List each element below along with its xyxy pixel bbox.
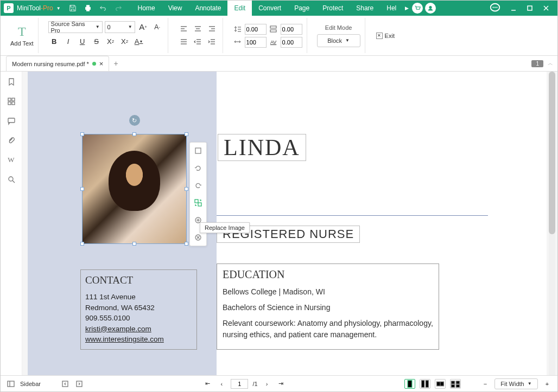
- menu-edit[interactable]: Edit: [227, 1, 252, 16]
- menu-page[interactable]: Page: [288, 1, 316, 16]
- add-text-button[interactable]: T Add Text: [6, 18, 39, 53]
- replace-image-button[interactable]: [193, 198, 203, 208]
- app-menu-chevron[interactable]: ▼: [56, 6, 61, 11]
- svg-rect-39: [12, 102, 15, 105]
- comments-panel-button[interactable]: [7, 116, 16, 126]
- resize-handle-r[interactable]: [185, 187, 188, 191]
- menu-home[interactable]: Home: [131, 1, 162, 16]
- resize-handle-b[interactable]: [132, 242, 136, 246]
- menu-convert[interactable]: Convert: [252, 1, 288, 16]
- menu-view[interactable]: View: [162, 1, 189, 16]
- subscript-button[interactable]: X2: [119, 36, 131, 47]
- edit-mode-select[interactable]: Block▼: [317, 34, 360, 47]
- view-single-button[interactable]: [404, 379, 415, 389]
- document-tab[interactable]: Modern nursing resume.pdf * ×: [6, 56, 109, 71]
- svg-point-5: [492, 7, 493, 8]
- increase-font-button[interactable]: A+: [137, 22, 149, 33]
- char-spacing-input[interactable]: [281, 37, 302, 48]
- align-justify-button[interactable]: [178, 37, 190, 48]
- exit-button[interactable]: ✕ Exit: [376, 33, 395, 39]
- search-panel-button[interactable]: [7, 175, 16, 184]
- view-facing-button[interactable]: [435, 379, 446, 389]
- resize-handle-tl[interactable]: [80, 132, 84, 136]
- svg-rect-61: [451, 384, 454, 387]
- scrollbar-thumb[interactable]: [549, 72, 555, 234]
- thumbnails-panel-button[interactable]: [7, 97, 16, 106]
- align-right-button[interactable]: [206, 24, 218, 35]
- rotate-handle[interactable]: ↻: [129, 115, 140, 126]
- minimize-button[interactable]: [505, 1, 522, 16]
- zoom-out-button[interactable]: −: [480, 379, 490, 389]
- rotate-right-button[interactable]: [193, 181, 203, 190]
- next-page-button[interactable]: ›: [262, 379, 272, 389]
- superscript-button[interactable]: X2: [105, 36, 117, 47]
- bold-button[interactable]: B: [48, 36, 60, 47]
- contact-heading: CONTACT: [85, 274, 192, 286]
- new-tab-button[interactable]: +: [113, 59, 118, 68]
- add-text-label: Add Text: [10, 40, 34, 47]
- decrease-indent-button[interactable]: [192, 37, 204, 48]
- bookmark-panel-button[interactable]: [7, 77, 16, 87]
- font-color-button[interactable]: A▼: [133, 36, 145, 47]
- resize-handle-tr[interactable]: [185, 132, 188, 136]
- view-book-button[interactable]: [450, 379, 461, 389]
- save-button[interactable]: [66, 2, 79, 15]
- italic-button[interactable]: I: [62, 36, 74, 47]
- decrease-font-button[interactable]: A-: [151, 22, 163, 33]
- resize-handle-l[interactable]: [80, 187, 84, 191]
- name-block[interactable]: LINDA: [218, 134, 306, 161]
- font-size-select[interactable]: 0▼: [105, 21, 135, 33]
- chat-button[interactable]: [489, 2, 501, 14]
- menu-scroll-right[interactable]: ▶: [405, 5, 409, 11]
- increase-indent-button[interactable]: [206, 37, 218, 48]
- resize-handle-bl[interactable]: [80, 242, 84, 246]
- print-button[interactable]: [81, 2, 94, 15]
- resize-handle-br[interactable]: [185, 242, 188, 246]
- collapse-ribbon-button[interactable]: ︿: [548, 60, 553, 67]
- page-number-input[interactable]: [231, 379, 248, 389]
- line-spacing-input[interactable]: [245, 24, 267, 35]
- rotate-left-button[interactable]: [193, 163, 203, 173]
- align-left-button[interactable]: [178, 24, 190, 35]
- zoom-select[interactable]: Fit Width▼: [494, 378, 538, 389]
- maximize-button[interactable]: [522, 1, 538, 16]
- underline-button[interactable]: U: [77, 36, 88, 47]
- tab-close-button[interactable]: ×: [99, 60, 104, 68]
- svg-rect-60: [456, 381, 459, 383]
- svg-point-6: [494, 7, 496, 8]
- sidebar-toggle-button[interactable]: [6, 379, 16, 389]
- para-spacing-input[interactable]: [281, 24, 302, 35]
- resume-photo[interactable]: ↻: [82, 134, 187, 244]
- undo-button[interactable]: [97, 2, 110, 15]
- last-page-button[interactable]: ⇥: [276, 379, 286, 389]
- line-spacing-icon: [233, 24, 243, 34]
- menu-help[interactable]: Hel: [380, 1, 403, 16]
- prev-page-button[interactable]: ‹: [217, 379, 226, 389]
- attachments-panel-button[interactable]: [7, 136, 16, 145]
- scale-input[interactable]: [245, 37, 267, 48]
- zoom-in-button[interactable]: +: [542, 379, 552, 389]
- delete-image-button[interactable]: [193, 233, 203, 242]
- menu-protect[interactable]: Protect: [316, 1, 350, 16]
- menu-annotate[interactable]: Annotate: [188, 1, 227, 16]
- text-icon: T: [18, 24, 26, 39]
- contact-section[interactable]: CONTACT 111 1st Avenue Redmond, WA 65432…: [80, 269, 197, 350]
- next-page-small-button[interactable]: [74, 379, 84, 389]
- word-panel-button[interactable]: W: [7, 155, 16, 165]
- redo-button[interactable]: [112, 2, 125, 15]
- vertical-scrollbar[interactable]: [549, 72, 555, 375]
- resize-handle-t[interactable]: [132, 132, 136, 136]
- close-button[interactable]: [538, 1, 554, 16]
- menu-share[interactable]: Share: [350, 1, 380, 16]
- strikethrough-button[interactable]: S: [91, 36, 103, 47]
- crop-button[interactable]: [193, 146, 203, 156]
- align-center-button[interactable]: [192, 24, 204, 35]
- prev-page-small-button[interactable]: [60, 379, 70, 389]
- view-continuous-button[interactable]: [420, 379, 430, 389]
- font-select[interactable]: Source Sans Pro▼: [48, 21, 103, 33]
- svg-rect-35: [270, 30, 276, 32]
- cart-button[interactable]: [412, 3, 423, 14]
- first-page-button[interactable]: ⇤: [202, 379, 212, 389]
- education-section[interactable]: EDUCATION Bellows College | Madison, WI …: [217, 264, 439, 350]
- account-button[interactable]: [425, 3, 436, 14]
